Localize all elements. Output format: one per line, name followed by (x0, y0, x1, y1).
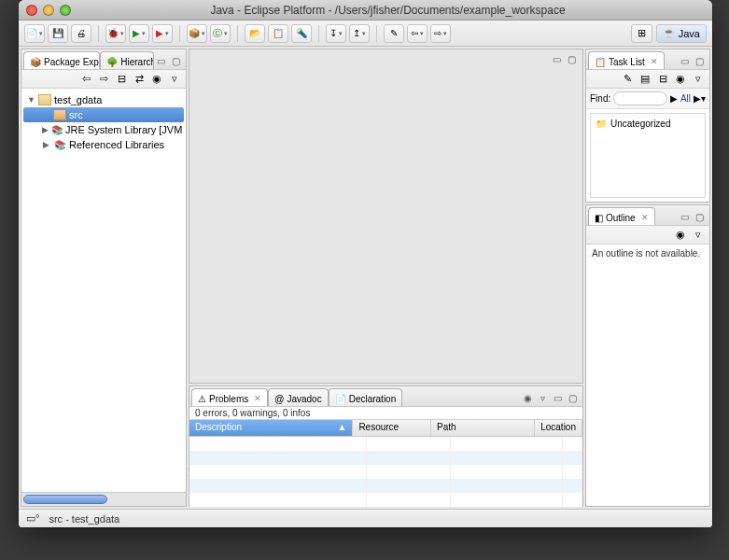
minimize-view-icon[interactable]: ▭ (154, 54, 167, 67)
maximize-view-icon[interactable]: ▢ (169, 54, 182, 67)
problems-table[interactable]: Description ▲ Resource Path Location (189, 419, 582, 507)
new-package-button[interactable]: 📦 (187, 24, 207, 43)
focus-task-icon[interactable]: ◉ (149, 72, 164, 87)
back-nav-icon[interactable]: ⇦ (78, 72, 93, 87)
run-icon: ▶ (133, 28, 140, 38)
close-icon[interactable]: ✕ (254, 394, 261, 403)
activate-filter-icon[interactable]: ▶ (670, 93, 678, 104)
collapse-twisty-icon[interactable]: ▶ (42, 125, 49, 134)
minimize-view-icon[interactable]: ▭ (678, 54, 691, 67)
tab-package-explorer[interactable]: 📦 Package Expl ✕ (23, 51, 100, 69)
minimize-editor-icon[interactable]: ▭ (550, 52, 563, 65)
last-edit-button[interactable]: ✎ (384, 24, 404, 43)
expand-twisty-icon[interactable]: ▼ (27, 95, 35, 105)
editor-area[interactable]: ▭ ▢ (189, 49, 583, 384)
find-input[interactable] (613, 91, 667, 105)
tab-label: Package Expl (44, 57, 100, 67)
tab-task-list[interactable]: 📋 Task List ✕ (588, 51, 665, 69)
horizontal-scrollbar[interactable] (21, 492, 186, 506)
tree-jre-library[interactable]: ▶ JRE System Library [JVM 1.5.0 (MacOS X… (23, 122, 184, 137)
focus-icon[interactable]: ◉ (673, 72, 688, 87)
next-annotation-button[interactable]: ↧ (326, 24, 346, 43)
source-folder-icon (53, 109, 66, 120)
problems-icon: ⚠ (198, 394, 206, 404)
tab-problems[interactable]: ⚠ Problems ✕ (191, 388, 268, 406)
open-task-button[interactable]: 📋 (268, 24, 288, 43)
print-button[interactable]: 🖨 (71, 24, 91, 43)
filter-menu-icon[interactable]: ▶▾ (694, 93, 706, 104)
focus-task-icon[interactable]: ◉ (521, 391, 534, 404)
categorize-icon[interactable]: ▤ (638, 72, 652, 87)
package-explorer-tree[interactable]: ▼ test_gdata src ▶ JRE System Library [J… (21, 89, 186, 492)
scrollbar-thumb[interactable] (23, 495, 107, 504)
hierarchy-icon: 🌳 (106, 57, 118, 67)
package-explorer-toolbar: ⇦ ⇨ ⊟ ⇄ ◉ ▿ (21, 70, 186, 89)
new-button[interactable]: 📄 (24, 24, 45, 43)
view-menu-icon[interactable]: ▿ (167, 72, 182, 87)
debug-button[interactable]: 🐞 (105, 24, 126, 43)
back-button[interactable]: ⇦ (407, 24, 428, 43)
left-tabbar: 📦 Package Expl ✕ 🌳 Hierarchy ▭ ▢ (21, 49, 186, 70)
tree-referenced-libraries[interactable]: ▶ Referenced Libraries (23, 137, 184, 152)
task-category-uncategorized[interactable]: 📁 Uncategorized (594, 117, 702, 131)
fwd-nav-icon[interactable]: ⇨ (96, 72, 111, 87)
maximize-view-icon[interactable]: ▢ (566, 391, 579, 404)
tree-project[interactable]: ▼ test_gdata (23, 92, 184, 107)
zoom-window-icon[interactable] (60, 5, 71, 16)
focus-task-icon[interactable]: ◉ (673, 228, 688, 243)
view-menu-icon[interactable]: ▿ (691, 72, 706, 87)
outline-empty-message: An outline is not available. (592, 248, 700, 259)
center-panel: ▭ ▢ ⚠ Problems ✕ @ Javadoc 📄 (189, 49, 583, 507)
close-icon[interactable]: ✕ (641, 213, 649, 222)
external-tools-button[interactable]: ▶ (152, 24, 173, 43)
collapse-twisty-icon[interactable]: ▶ (42, 140, 50, 149)
tab-javadoc[interactable]: @ Javadoc (268, 388, 328, 406)
package-explorer-icon: 📦 (30, 57, 41, 67)
link-editor-icon[interactable]: ⇄ (132, 72, 147, 87)
minimize-view-icon[interactable]: ▭ (678, 210, 691, 223)
tab-label: Outline (606, 213, 636, 223)
package-icon: 📦 (189, 28, 200, 38)
declaration-icon: 📄 (335, 394, 346, 404)
view-menu-icon[interactable]: ▿ (691, 228, 706, 243)
search-button[interactable]: 🔦 (291, 24, 312, 43)
titlebar[interactable]: Java - Eclipse Platform - /Users/jfisher… (19, 0, 712, 21)
task-open-icon: 📋 (273, 28, 284, 38)
collapse-all-icon[interactable]: ⊟ (655, 72, 670, 87)
collapse-all-icon[interactable]: ⊟ (114, 72, 129, 87)
tab-declaration[interactable]: 📄 Declaration (329, 388, 403, 406)
tab-outline[interactable]: ◧ Outline ✕ (588, 207, 655, 225)
right-panel: 📋 Task List ✕ ▭ ▢ ✎ ▤ ⊟ ◉ ▿ (585, 49, 710, 507)
maximize-view-icon[interactable]: ▢ (693, 54, 706, 67)
close-window-icon[interactable] (26, 5, 37, 16)
col-description[interactable]: Description ▲ (189, 420, 353, 436)
open-perspective-button[interactable]: ⊞ (631, 24, 652, 43)
annotation-prev-icon: ↥ (353, 28, 360, 38)
tab-hierarchy[interactable]: 🌳 Hierarchy (100, 51, 154, 69)
forward-button[interactable]: ⇨ (430, 24, 451, 43)
view-menu-icon[interactable]: ▿ (536, 391, 549, 404)
col-resource[interactable]: Resource (353, 420, 431, 436)
minimize-window-icon[interactable] (43, 5, 54, 16)
all-label[interactable]: All (680, 93, 691, 104)
java-perspective-button[interactable]: ☕ Java (656, 24, 707, 43)
task-list-view: 📋 Task List ✕ ▭ ▢ ✎ ▤ ⊟ ◉ ▿ (585, 49, 710, 203)
task-list-icon: 📋 (595, 57, 606, 67)
save-button[interactable]: 💾 (48, 24, 68, 43)
col-location[interactable]: Location (535, 420, 582, 436)
new-class-button[interactable]: Ⓒ (210, 24, 231, 43)
prev-annotation-button[interactable]: ↥ (349, 24, 370, 43)
maximize-view-icon[interactable]: ▢ (693, 210, 706, 223)
maximize-editor-icon[interactable]: ▢ (565, 52, 578, 65)
perspective-plus-icon: ⊞ (638, 27, 646, 39)
close-icon[interactable]: ✕ (651, 57, 658, 66)
minimize-view-icon[interactable]: ▭ (551, 391, 564, 404)
new-task-icon[interactable]: ✎ (620, 72, 635, 87)
reflib-label: Referenced Libraries (69, 139, 164, 150)
src-label: src (69, 109, 83, 120)
tree-src-folder[interactable]: src (23, 107, 184, 122)
project-label: test_gdata (54, 94, 102, 105)
col-path[interactable]: Path (431, 420, 535, 436)
open-type-button[interactable]: 📂 (245, 24, 265, 43)
run-button[interactable]: ▶ (129, 24, 149, 43)
